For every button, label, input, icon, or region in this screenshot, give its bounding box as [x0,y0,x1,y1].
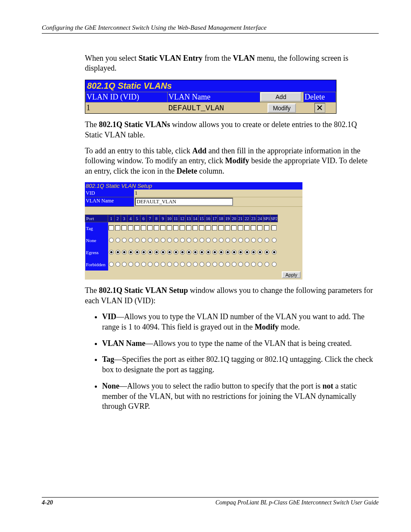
egress-radio[interactable] [225,250,230,255]
none-radio[interactable] [154,238,159,243]
egress-radio[interactable] [122,250,127,255]
egress-radio[interactable] [251,250,256,255]
none-radio[interactable] [115,238,120,243]
tag-checkbox[interactable] [251,225,256,230]
egress-radio[interactable] [187,250,191,255]
egress-radio[interactable] [115,250,120,255]
none-radio[interactable] [212,238,217,243]
tag-checkbox[interactable] [225,225,230,230]
tag-checkbox[interactable] [160,225,165,230]
egress-radio[interactable] [154,250,159,255]
none-radio[interactable] [251,238,256,243]
egress-radio[interactable] [265,250,269,255]
egress-radio[interactable] [148,250,153,255]
forbidden-radio[interactable] [199,262,204,267]
tag-checkbox[interactable] [264,225,269,230]
egress-radio[interactable] [206,250,211,255]
forbidden-radio[interactable] [115,262,120,267]
none-radio[interactable] [167,238,172,243]
forbidden-radio[interactable] [258,262,262,267]
modify-button[interactable]: Modify [268,103,296,113]
none-radio[interactable] [272,238,277,243]
forbidden-radio[interactable] [212,262,217,267]
forbidden-radio[interactable] [154,262,159,267]
forbidden-radio[interactable] [161,262,165,267]
forbidden-radio[interactable] [251,262,256,267]
egress-radio[interactable] [272,250,277,255]
none-radio[interactable] [135,238,140,243]
none-radio[interactable] [193,238,198,243]
vlan-name-input[interactable]: DEFAULT_VLAN [135,198,233,206]
tag-checkbox[interactable] [218,225,224,230]
tag-checkbox[interactable] [271,225,277,230]
delete-icon[interactable] [314,103,325,113]
none-radio[interactable] [206,238,211,243]
tag-checkbox[interactable] [128,225,133,230]
tag-checkbox[interactable] [199,225,204,230]
none-radio[interactable] [122,238,127,243]
none-radio[interactable] [128,238,133,243]
egress-radio[interactable] [199,250,204,255]
add-button[interactable]: Add [260,92,302,102]
forbidden-radio[interactable] [225,262,230,267]
tag-checkbox[interactable] [154,225,159,230]
tag-checkbox[interactable] [257,225,262,230]
egress-radio[interactable] [212,250,217,255]
tag-checkbox[interactable] [121,225,127,230]
egress-radio[interactable] [238,250,243,255]
egress-radio[interactable] [245,250,249,255]
egress-radio[interactable] [167,250,172,255]
forbidden-radio[interactable] [109,262,114,267]
none-radio[interactable] [225,238,230,243]
none-radio[interactable] [238,238,243,243]
forbidden-radio[interactable] [272,262,277,267]
forbidden-radio[interactable] [238,262,243,267]
forbidden-radio[interactable] [187,262,191,267]
forbidden-radio[interactable] [206,262,211,267]
tag-checkbox[interactable] [180,225,185,230]
none-radio[interactable] [219,238,224,243]
tag-checkbox[interactable] [141,225,146,230]
forbidden-radio[interactable] [193,262,198,267]
egress-radio[interactable] [109,250,114,255]
none-radio[interactable] [232,238,237,243]
egress-radio[interactable] [161,250,165,255]
tag-checkbox[interactable] [186,225,191,230]
tag-checkbox[interactable] [147,225,153,230]
none-radio[interactable] [265,238,269,243]
tag-checkbox[interactable] [244,225,249,230]
forbidden-radio[interactable] [148,262,153,267]
none-radio[interactable] [161,238,165,243]
egress-radio[interactable] [141,250,146,255]
forbidden-radio[interactable] [265,262,269,267]
tag-checkbox[interactable] [193,225,198,230]
egress-radio[interactable] [232,250,237,255]
none-radio[interactable] [174,238,178,243]
none-radio[interactable] [141,238,146,243]
tag-checkbox[interactable] [206,225,211,230]
egress-radio[interactable] [219,250,224,255]
forbidden-radio[interactable] [245,262,249,267]
egress-radio[interactable] [135,250,140,255]
tag-checkbox[interactable] [173,225,178,230]
none-radio[interactable] [245,238,249,243]
forbidden-radio[interactable] [174,262,178,267]
tag-checkbox[interactable] [212,225,217,230]
forbidden-radio[interactable] [232,262,237,267]
none-radio[interactable] [109,238,114,243]
egress-radio[interactable] [180,250,185,255]
forbidden-radio[interactable] [128,262,133,267]
none-radio[interactable] [258,238,262,243]
forbidden-radio[interactable] [122,262,127,267]
tag-checkbox[interactable] [238,225,243,230]
forbidden-radio[interactable] [167,262,172,267]
forbidden-radio[interactable] [141,262,146,267]
none-radio[interactable] [199,238,204,243]
egress-radio[interactable] [174,250,178,255]
egress-radio[interactable] [258,250,262,255]
tag-checkbox[interactable] [167,225,172,230]
forbidden-radio[interactable] [135,262,140,267]
forbidden-radio[interactable] [180,262,185,267]
tag-checkbox[interactable] [115,225,120,230]
forbidden-radio[interactable] [219,262,224,267]
